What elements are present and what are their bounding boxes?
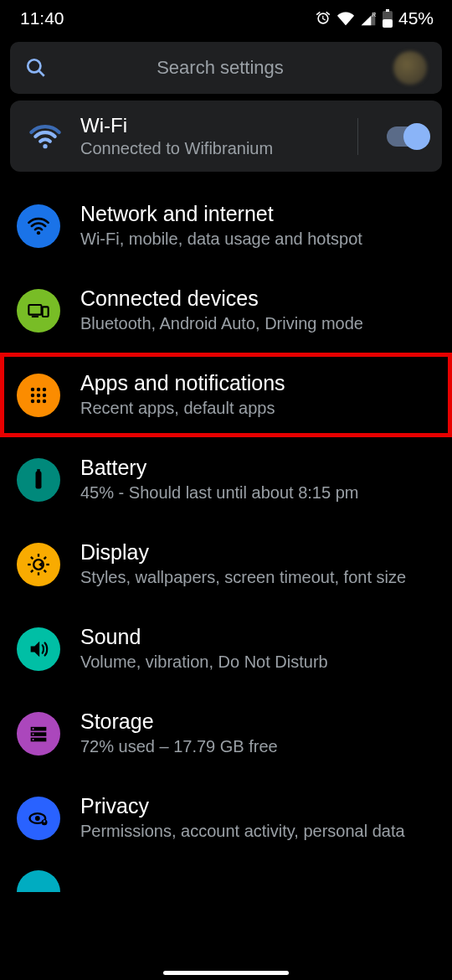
item-title: Network and internet xyxy=(80,202,435,226)
svg-point-15 xyxy=(37,393,40,396)
svg-rect-3 xyxy=(386,9,389,12)
item-subtitle: Wi-Fi, mobile, data usage and hotspot xyxy=(80,228,435,250)
svg-point-35 xyxy=(33,733,34,735)
signal-icon: R xyxy=(360,10,377,27)
svg-point-38 xyxy=(35,816,40,821)
settings-item-battery[interactable]: Battery45% - Should last until about 8:1… xyxy=(0,437,452,522)
status-bar: 11:40 R 45% xyxy=(0,0,452,35)
status-icons: R 45% xyxy=(315,8,434,28)
item-texts: Connected devicesBluetooth, Android Auto… xyxy=(80,286,435,334)
svg-point-36 xyxy=(33,738,34,740)
item-texts: Storage72% used – 17.79 GB free xyxy=(80,709,435,757)
sound-icon xyxy=(17,627,60,671)
item-title: Storage xyxy=(80,709,435,734)
svg-point-19 xyxy=(43,399,46,402)
item-texts: DisplayStyles, wallpapers, screen timeou… xyxy=(80,540,435,588)
settings-item-connected-devices[interactable]: Connected devicesBluetooth, Android Auto… xyxy=(0,268,452,353)
battery-status-icon xyxy=(382,9,393,28)
settings-item-display[interactable]: DisplayStyles, wallpapers, screen timeou… xyxy=(0,522,452,606)
svg-line-26 xyxy=(31,570,33,571)
svg-point-14 xyxy=(31,393,34,396)
item-title: Connected devices xyxy=(80,286,435,311)
storage-icon xyxy=(17,712,60,756)
svg-point-13 xyxy=(43,387,46,390)
svg-rect-8 xyxy=(28,305,41,315)
wifi-card-divider xyxy=(357,118,358,155)
svg-point-39 xyxy=(42,819,48,825)
item-subtitle: Recent apps, default apps xyxy=(80,397,435,419)
item-texts: SoundVolume, vibration, Do Not Disturb xyxy=(80,625,435,673)
wifi-icon xyxy=(17,204,60,248)
alarm-icon xyxy=(315,10,331,27)
settings-item-sound[interactable]: SoundVolume, vibration, Do Not Disturb xyxy=(0,606,452,691)
profile-avatar[interactable] xyxy=(393,51,427,85)
item-texts: Network and internetWi-Fi, mobile, data … xyxy=(80,202,435,250)
wifi-card-title: Wi-Fi xyxy=(80,114,329,137)
settings-item-privacy[interactable]: PrivacyPermissions, account activity, pe… xyxy=(0,776,452,860)
svg-line-24 xyxy=(44,570,46,571)
privacy-icon xyxy=(17,797,60,840)
svg-point-11 xyxy=(31,387,34,390)
item-subtitle: 72% used – 17.79 GB free xyxy=(80,735,435,757)
item-title: Display xyxy=(80,540,435,565)
item-title: Sound xyxy=(80,625,435,649)
wifi-icon xyxy=(25,116,65,157)
item-subtitle: Bluetooth, Android Auto, Driving mode xyxy=(80,312,435,334)
search-icon xyxy=(25,57,47,79)
svg-line-5 xyxy=(39,70,44,76)
svg-point-6 xyxy=(43,144,47,148)
svg-point-16 xyxy=(43,393,46,396)
svg-line-28 xyxy=(31,556,33,558)
item-title: Battery xyxy=(80,456,435,480)
battery-percentage: 45% xyxy=(398,8,434,28)
svg-point-17 xyxy=(31,399,34,402)
item-texts: Battery45% - Should last until about 8:1… xyxy=(80,456,435,503)
item-subtitle: Styles, wallpapers, screen timeout, font… xyxy=(80,566,435,588)
svg-point-4 xyxy=(28,59,40,72)
settings-item-apps-and-notifications[interactable]: Apps and notificationsRecent apps, defau… xyxy=(0,353,452,437)
item-subtitle: Permissions, account activity, personal … xyxy=(80,820,435,842)
svg-rect-40 xyxy=(44,820,45,822)
item-title: Privacy xyxy=(80,794,435,818)
settings-item-storage[interactable]: Storage72% used – 17.79 GB free xyxy=(0,691,452,776)
brightness-icon xyxy=(17,543,60,586)
partial-item[interactable] xyxy=(0,860,452,892)
item-texts: Apps and notificationsRecent apps, defau… xyxy=(80,371,435,419)
battery-icon xyxy=(17,458,60,502)
wifi-status-icon xyxy=(336,10,355,27)
location-icon xyxy=(17,870,60,892)
wifi-quick-card[interactable]: Wi-Fi Connected to Wifibranium xyxy=(10,101,442,172)
item-texts: PrivacyPermissions, account activity, pe… xyxy=(80,794,435,842)
item-subtitle: 45% - Should last until about 8:15 pm xyxy=(80,482,435,503)
wifi-card-texts: Wi-Fi Connected to Wifibranium xyxy=(80,114,329,158)
apps-icon xyxy=(17,374,60,417)
item-title: Apps and notifications xyxy=(80,371,435,395)
item-subtitle: Volume, vibration, Do Not Disturb xyxy=(80,651,435,673)
devices-icon xyxy=(17,289,60,333)
svg-rect-9 xyxy=(43,307,49,317)
svg-point-12 xyxy=(37,387,40,390)
settings-item-network-and-internet[interactable]: Network and internetWi-Fi, mobile, data … xyxy=(0,183,452,268)
nav-bar-handle[interactable] xyxy=(163,971,289,975)
status-time: 11:40 xyxy=(20,8,64,28)
svg-rect-2 xyxy=(383,19,393,28)
svg-line-30 xyxy=(44,556,46,558)
svg-point-7 xyxy=(37,231,40,235)
svg-point-34 xyxy=(33,728,34,730)
svg-point-18 xyxy=(37,399,40,402)
settings-list: Network and internetWi-Fi, mobile, data … xyxy=(0,183,452,860)
search-placeholder: Search settings xyxy=(47,57,393,79)
svg-rect-21 xyxy=(37,469,40,472)
svg-rect-20 xyxy=(36,471,42,488)
search-bar[interactable]: Search settings xyxy=(10,42,442,94)
svg-text:R: R xyxy=(372,12,376,18)
wifi-card-subtitle: Connected to Wifibranium xyxy=(80,139,329,158)
wifi-toggle[interactable] xyxy=(387,126,427,147)
